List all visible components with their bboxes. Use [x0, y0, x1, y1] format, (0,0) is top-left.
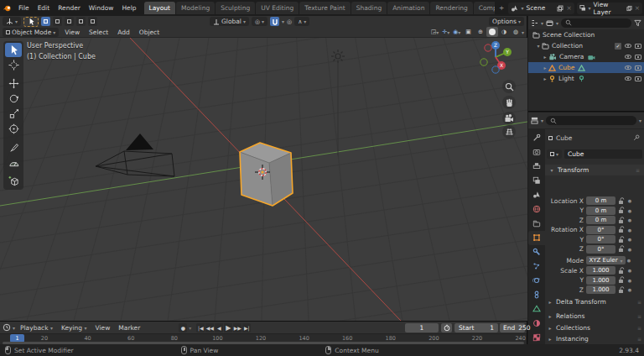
tab-constraints[interactable] — [528, 287, 545, 301]
menu-select[interactable]: Select — [86, 29, 112, 36]
menu-help[interactable]: Help — [117, 0, 140, 16]
gizmo-y-negative[interactable] — [480, 59, 487, 65]
hide-eye-toggle[interactable] — [625, 76, 631, 81]
proportional-falloff-dropdown[interactable]: ∧ ▾ — [294, 17, 309, 26]
animate-dot[interactable]: ● — [626, 258, 632, 263]
render-visibility-toggle[interactable] — [635, 55, 641, 60]
select-mode-intersect-button[interactable] — [88, 17, 97, 26]
transform-value-field[interactable]: 0° — [586, 235, 615, 243]
object-id-dropdown[interactable]: ▾ — [547, 149, 562, 159]
current-frame-field[interactable]: 1 — [405, 323, 439, 332]
transform-value-field[interactable]: 1.000 — [586, 266, 615, 275]
menu-render[interactable]: Render — [54, 0, 85, 16]
menu-file[interactable]: File — [14, 0, 34, 16]
animate-dot[interactable]: ● — [626, 268, 633, 273]
animate-dot[interactable]: ● — [626, 278, 633, 283]
lock-icon[interactable] — [615, 217, 626, 224]
snap-options-chevron[interactable]: ▾ — [282, 18, 284, 24]
jump-to-start-button[interactable]: |◀ — [196, 323, 205, 332]
tab-particles[interactable] — [528, 259, 545, 273]
scene-selector[interactable]: ▾ Scene × — [508, 3, 574, 14]
mesh-data-icon[interactable] — [578, 65, 585, 71]
jump-to-end-button[interactable]: ▶| — [242, 323, 251, 332]
render-visibility-toggle[interactable] — [635, 76, 641, 81]
camera-view-button[interactable] — [502, 112, 516, 125]
xray-toggle[interactable]: ▣ — [465, 29, 471, 35]
zoom-button[interactable] — [502, 80, 516, 93]
render-visibility-toggle[interactable] — [635, 44, 641, 49]
collapsed-panel-delta-transform[interactable]: ▸Delta Transform≡ — [547, 296, 642, 306]
play-reverse-button[interactable]: ◀ — [215, 323, 223, 332]
animate-dot[interactable]: ● — [626, 287, 633, 292]
select-mode-extend-button[interactable] — [53, 17, 62, 26]
auto-keying-button[interactable]: ● — [179, 323, 187, 332]
breadcrumb-object-name[interactable]: Cube — [556, 134, 572, 142]
transform-value-field[interactable]: 0° — [586, 226, 615, 234]
tab-view-layer[interactable] — [528, 174, 545, 188]
outliner-row-camera[interactable]: ▸ Camera — [528, 51, 644, 62]
shading-rendered-button[interactable]: ◍ — [510, 27, 522, 37]
tab-collection[interactable] — [528, 217, 545, 231]
workspace-tab-layout[interactable]: Layout — [144, 2, 176, 14]
workspace-tab-compositing[interactable]: Compositing — [474, 2, 495, 14]
previous-keyframe-button[interactable]: ◀◀ — [205, 323, 214, 332]
select-mode-subtract-button[interactable] — [65, 17, 74, 26]
workspace-tab-sculpting[interactable]: Sculpting — [216, 2, 255, 14]
menu-playback[interactable]: Playback ▾ — [17, 324, 56, 332]
view-layer-selector[interactable]: ▾ View Layer × — [577, 3, 642, 14]
viewport-canvas[interactable]: User Perspective (1) Collection | Cube — [0, 38, 527, 321]
tool-transform[interactable] — [5, 122, 22, 136]
tab-world[interactable] — [528, 202, 545, 217]
menu-window[interactable]: Window — [85, 0, 118, 16]
object-name-input[interactable]: Cube — [564, 149, 642, 159]
animate-dot[interactable]: ● — [626, 217, 633, 222]
tool-measure[interactable] — [5, 155, 22, 170]
timeline-editor-icon[interactable] — [3, 323, 11, 332]
tool-cursor[interactable] — [5, 58, 22, 72]
collection-checkbox[interactable]: ✓ — [615, 43, 621, 50]
navigation-gizmo[interactable]: Z Y X — [474, 39, 519, 79]
tool-rotate[interactable] — [5, 92, 22, 106]
tab-output[interactable] — [528, 160, 545, 174]
outliner-row-collection[interactable]: ▾ Collection ✓ — [528, 40, 644, 51]
shading-wireframe-button[interactable]: ⊕ — [475, 27, 486, 37]
menu-keying[interactable]: Keying ▾ — [58, 324, 91, 332]
copy-icon[interactable] — [557, 5, 564, 12]
menu-view[interactable]: View — [92, 324, 114, 332]
disclosure-open-icon[interactable]: ▾ — [535, 43, 542, 49]
tab-texture[interactable] — [528, 330, 545, 344]
filter-icon[interactable] — [634, 19, 641, 27]
render-visibility-toggle[interactable] — [635, 65, 641, 71]
transform-value-field[interactable]: 1.000 — [586, 285, 615, 294]
animate-dot[interactable]: ● — [626, 237, 633, 242]
hide-eye-toggle[interactable] — [625, 65, 631, 70]
workspace-tab-animation[interactable]: Animation — [387, 2, 429, 14]
frame-end-field[interactable]: End 250 — [500, 323, 525, 332]
transform-value-field[interactable]: 0 m — [586, 196, 615, 205]
menu-object[interactable]: Object — [136, 29, 163, 36]
camera-data-icon[interactable] — [587, 54, 595, 60]
workspace-tab-shading[interactable]: Shading — [351, 2, 387, 14]
frame-start-field[interactable]: Start 1 — [454, 323, 498, 332]
tab-physics[interactable] — [528, 273, 545, 287]
snap-toggle[interactable] — [270, 17, 279, 26]
gizmo-z-negative[interactable] — [492, 66, 499, 73]
transform-value-field[interactable]: 0 m — [586, 216, 615, 224]
outliner-editor-icon[interactable] — [531, 19, 538, 27]
transform-value-field[interactable]: 1.000 — [586, 276, 615, 285]
properties-options-chevron[interactable]: ▾ — [639, 118, 641, 123]
tab-scene[interactable] — [528, 188, 545, 202]
preview-range-button[interactable] — [441, 323, 452, 332]
options-dropdown[interactable]: Options ▾ — [489, 17, 524, 26]
shading-material-button[interactable]: ◑ — [498, 27, 510, 37]
hide-eye-toggle[interactable] — [625, 44, 631, 48]
tab-render[interactable] — [528, 145, 545, 160]
select-mode-set-button[interactable] — [41, 17, 50, 26]
outliner-row-light[interactable]: ▸ Light — [528, 73, 644, 84]
collapsed-panel-collections[interactable]: ▸Collections≡ — [547, 322, 642, 332]
play-button[interactable]: ▶ — [224, 323, 232, 332]
pin-icon[interactable] — [633, 134, 640, 141]
lock-icon[interactable] — [615, 226, 626, 233]
menu-edit[interactable]: Edit — [34, 0, 55, 16]
display-mode-icon[interactable] — [546, 19, 553, 27]
